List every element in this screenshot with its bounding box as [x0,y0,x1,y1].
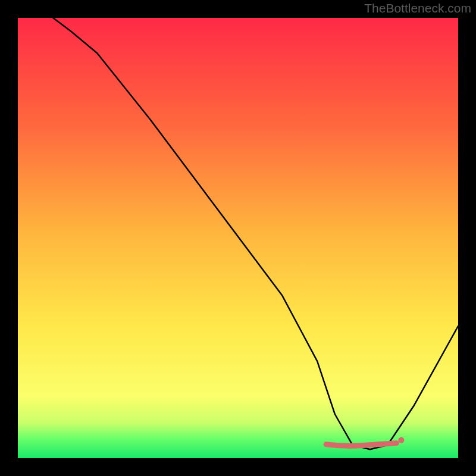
watermark-text: TheBottleneck.com [364,1,471,15]
svg-rect-0 [18,18,458,458]
chart-frame: TheBottleneck.com [0,0,476,476]
gradient-background [18,18,458,458]
